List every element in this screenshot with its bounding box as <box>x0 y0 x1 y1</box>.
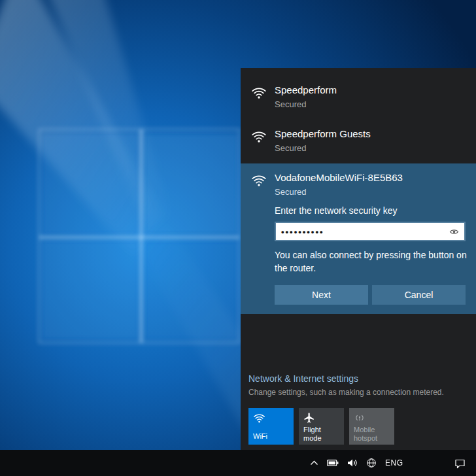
airplane-icon <box>303 412 339 426</box>
speaker-icon[interactable] <box>347 458 358 468</box>
network-settings-link[interactable]: Network & Internet settings <box>248 373 358 384</box>
network-name: Speedperform Guests <box>275 128 371 140</box>
network-name: VodafoneMobileWiFi-8E5B63 <box>275 172 403 184</box>
wifi-flyout: Speedperform Secured Speedperform Guests… <box>241 68 476 450</box>
mobile-hotspot-tile[interactable]: Mobile hotspot <box>349 408 394 445</box>
wifi-icon <box>251 173 267 191</box>
chevron-up-icon[interactable] <box>310 460 318 466</box>
wifi-icon <box>251 85 267 103</box>
tile-label: Flight mode <box>303 426 339 443</box>
taskbar: ENG <box>0 450 476 476</box>
password-input[interactable]: •••••••••• <box>275 222 466 241</box>
password-label: Enter the network security key <box>275 205 466 216</box>
wifi-icon <box>253 412 289 426</box>
next-button[interactable]: Next <box>275 285 368 305</box>
tile-label: WiFi <box>253 432 289 441</box>
action-center-icon[interactable] <box>454 450 466 476</box>
router-button-hint: You can also connect by pressing the but… <box>275 248 467 275</box>
hotspot-icon <box>354 412 390 426</box>
wifi-network-speedperform-guests[interactable]: Speedperform Guests Secured <box>241 120 476 163</box>
language-indicator[interactable]: ENG <box>385 458 403 468</box>
cancel-button[interactable]: Cancel <box>372 285 466 305</box>
network-info: Speedperform Secured <box>275 84 337 109</box>
reveal-password-icon[interactable] <box>449 227 459 237</box>
desktop: Speedperform Secured Speedperform Guests… <box>0 0 476 476</box>
wifi-network-vodafone-selected[interactable]: VodafoneMobileWiFi-8E5B63 Secured Enter … <box>241 163 476 314</box>
network-name: Speedperform <box>275 84 337 96</box>
wifi-tile[interactable]: WiFi <box>248 408 294 445</box>
battery-icon[interactable] <box>327 459 339 467</box>
password-masked-value: •••••••••• <box>281 227 449 237</box>
dialog-buttons: Next Cancel <box>275 285 466 305</box>
globe-icon[interactable] <box>366 458 377 468</box>
wifi-icon <box>251 129 267 147</box>
network-status: Secured <box>275 99 337 109</box>
tile-label: Mobile hotspot <box>354 426 390 443</box>
network-row: VodafoneMobileWiFi-8E5B63 Secured <box>251 172 466 197</box>
wifi-network-list: Speedperform Secured Speedperform Guests… <box>241 68 476 314</box>
password-prompt: Enter the network security key •••••••••… <box>275 205 466 305</box>
system-tray: ENG <box>310 450 403 476</box>
network-settings-hint: Change settings, such as making a connec… <box>248 388 468 397</box>
quick-action-tiles: WiFi Flight mode <box>248 408 468 445</box>
network-info: VodafoneMobileWiFi-8E5B63 Secured <box>275 172 403 197</box>
network-info: Speedperform Guests Secured <box>275 128 371 153</box>
wifi-network-speedperform[interactable]: Speedperform Secured <box>241 76 476 120</box>
network-status: Secured <box>275 143 371 153</box>
flight-mode-tile[interactable]: Flight mode <box>299 408 344 445</box>
flyout-footer: Network & Internet settings Change setti… <box>248 373 468 445</box>
network-status: Secured <box>275 187 403 197</box>
